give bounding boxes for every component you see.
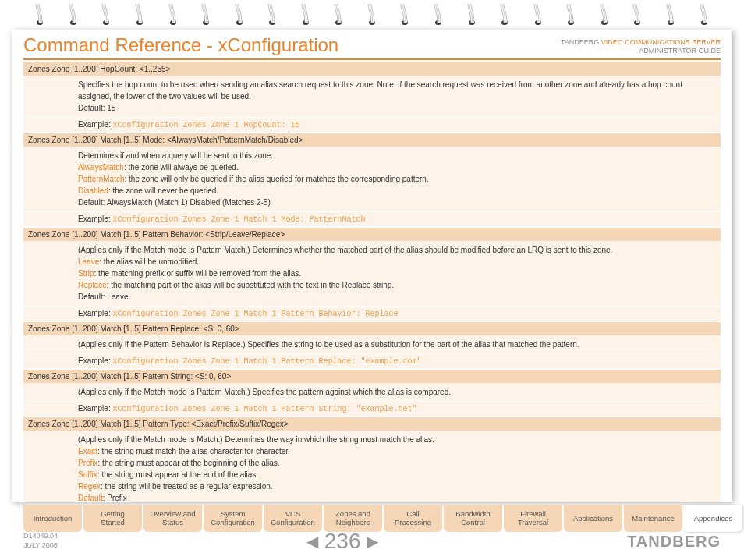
page-navigation: ◀ 236 ▶ <box>306 529 379 554</box>
command-example: Example: xConfiguration Zones Zone 1 Mat… <box>23 401 721 416</box>
ring-icon <box>497 4 512 27</box>
ring-icon <box>663 4 678 27</box>
ring-icon <box>597 4 612 27</box>
footer-brand-logo: TANDBERG <box>627 533 721 551</box>
ring-icon <box>298 4 314 27</box>
ring-icon <box>165 4 181 27</box>
command-header: Zones Zone [1..200] HopCount: <1..255> <box>23 62 721 76</box>
ring-icon <box>696 4 712 27</box>
ring-icon <box>232 4 247 27</box>
command-header: Zones Zone [1..200] Match [1..5] Pattern… <box>23 370 721 383</box>
ring-icon <box>32 4 48 27</box>
prev-page-arrow[interactable]: ◀ <box>306 532 318 551</box>
tab-system-configuration[interactable]: System Configuration <box>204 505 262 532</box>
ring-icon <box>132 4 147 27</box>
command-description: (Applies only if the Match mode is Patte… <box>23 383 721 401</box>
tab-getting-started[interactable]: Getting Started <box>83 505 142 532</box>
ring-icon <box>264 4 280 27</box>
tab-vcs-configuration[interactable]: VCS Configuration <box>264 505 322 532</box>
document-page: Command Reference - xConfiguration TANDB… <box>12 30 732 502</box>
tab-zones-and-neighbors[interactable]: Zones and Neighbors <box>324 505 382 532</box>
command-description: (Applies only if the Pattern Behavior is… <box>23 335 721 353</box>
ring-icon <box>464 4 480 27</box>
ring-icon <box>530 4 546 27</box>
tab-overview-and-status[interactable]: Overview and Status <box>143 505 202 532</box>
command-description: Specifies the hop count to be used when … <box>23 76 721 117</box>
ring-icon <box>98 4 114 27</box>
page-header: Command Reference - xConfiguration TANDB… <box>23 34 721 60</box>
ring-icon <box>198 4 214 27</box>
ring-icon <box>66 4 81 27</box>
page-footer: D14049.04 JULY 2008 ◀ 236 ▶ TANDBERG <box>0 529 744 554</box>
command-description: (Applies only if the Match mode is Patte… <box>23 241 721 306</box>
tab-maintenance[interactable]: Maintenance <box>624 505 682 532</box>
ring-icon <box>331 4 346 27</box>
page-number: 236 <box>324 529 361 554</box>
command-description: Determines if and when a query will be s… <box>23 147 721 211</box>
tab-applications[interactable]: Applications <box>564 505 622 532</box>
command-header: Zones Zone [1..200] Match [1..5] Pattern… <box>23 228 721 241</box>
tab-appendices[interactable]: Appendices <box>684 505 742 532</box>
ring-icon <box>430 4 446 27</box>
command-header: Zones Zone [1..200] Match [1..5] Pattern… <box>23 417 721 431</box>
command-example: Example: xConfiguration Zones Zone 1 Mat… <box>23 211 721 226</box>
command-description: (Applies only if the Match mode is Match… <box>23 431 721 502</box>
ring-icon <box>397 4 413 27</box>
command-example: Example: xConfiguration Zones Zone 1 Hop… <box>23 117 721 132</box>
command-example: Example: xConfiguration Zones Zone 1 Mat… <box>23 306 721 321</box>
command-header: Zones Zone [1..200] Match [1..5] Mode: <… <box>23 133 721 147</box>
header-brand: TANDBERG VIDEO COMMUNICATIONS SERVER ADM… <box>561 38 721 56</box>
next-page-arrow[interactable]: ▶ <box>367 532 378 551</box>
ring-icon <box>629 4 645 27</box>
ring-icon <box>364 4 380 27</box>
tab-firewall-traversal[interactable]: Firewall Traversal <box>504 505 562 532</box>
tab-bandwidth-control[interactable]: Bandwidth Control <box>444 505 502 532</box>
command-example: Example: xConfiguration Zones Zone 1 Mat… <box>23 353 721 368</box>
tab-call-processing[interactable]: Call Processing <box>384 505 442 532</box>
tab-introduction[interactable]: Introduction <box>23 505 82 532</box>
nav-tabs: IntroductionGetting StartedOverview and … <box>0 502 744 532</box>
spiral-binding <box>0 0 744 30</box>
doc-info: D14049.04 JULY 2008 <box>23 532 58 550</box>
ring-icon <box>563 4 579 27</box>
command-table: Zones Zone [1..200] HopCount: <1..255>Sp… <box>23 62 721 502</box>
command-header: Zones Zone [1..200] Match [1..5] Pattern… <box>23 322 721 335</box>
page-title: Command Reference - xConfiguration <box>23 34 338 56</box>
